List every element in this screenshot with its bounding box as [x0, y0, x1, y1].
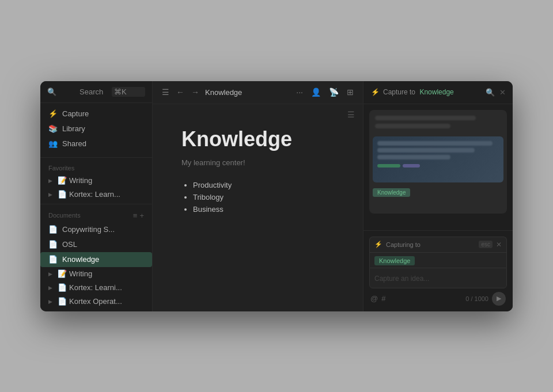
sidebar-item-kortex-operate[interactable]: ▶ 📄 Kortex Operat...: [40, 295, 152, 309]
filter-icon[interactable]: ≡: [133, 211, 138, 220]
breadcrumb: Knowledge: [205, 88, 242, 97]
capture-bottom-bar: @ # 0 / 1000 ▶: [369, 292, 507, 306]
kortex-op-icon: 📄: [58, 297, 67, 306]
blur-line: [375, 116, 476, 120]
view-toggle-button[interactable]: ⊞: [346, 86, 355, 98]
kortex-learn-label: Kortex: Learni...: [69, 283, 122, 292]
capturing-tag-row: Knowledge: [369, 252, 507, 268]
sidebar-divider: [40, 157, 152, 158]
search-shortcut: ⌘K: [112, 87, 145, 97]
list-item: Tribology: [193, 193, 334, 201]
sidebar-divider-2: [40, 204, 152, 204]
sidebar-toggle-button[interactable]: ☰: [161, 86, 171, 98]
capturing-to-bar: ⚡ Capturing to esc ✕: [369, 237, 507, 252]
preview-image-area: [373, 136, 503, 182]
add-doc-icon[interactable]: +: [139, 211, 144, 220]
writing-doc-label: Writing: [69, 269, 92, 278]
blur-line: [377, 148, 475, 153]
capture-close-icon[interactable]: ✕: [499, 88, 506, 97]
osl-label: OSL: [62, 240, 77, 249]
preview-tag: Knowledge: [373, 188, 410, 197]
expand-arrow-writing: ▶: [48, 271, 55, 277]
sidebar-top-items: ⚡ Capture 📚 Library 👥 Shared: [40, 103, 152, 155]
expand-arrow-kortex-op: ▶: [48, 299, 55, 305]
search-label: Search: [79, 87, 108, 96]
network-button[interactable]: 📡: [328, 86, 340, 98]
toolbar-icons: ··· 👤 📡 ⊞: [295, 86, 355, 98]
knowledge-doc-icon: 📄: [48, 255, 58, 264]
library-label: Library: [62, 124, 85, 133]
capture-header: ⚡ Capture to Knowledge 🔍 ✕: [363, 81, 513, 104]
search-icon: 🔍: [47, 87, 76, 96]
kortex-learn-icon: 📄: [58, 283, 67, 292]
favorites-section-label: Favorites: [40, 160, 152, 174]
capturing-close-button[interactable]: ✕: [496, 241, 502, 249]
doc-subtitle: My learning center!: [181, 158, 334, 167]
documents-section-label: Documents ≡ +: [40, 207, 152, 222]
capture-header-actions: 🔍 ✕: [486, 88, 506, 97]
writing-fav-icon: 📝: [58, 176, 67, 185]
char-counter: 0 / 1000: [465, 295, 488, 302]
send-button[interactable]: ▶: [492, 292, 506, 306]
expand-arrow-kortex-learn: ▶: [48, 285, 55, 291]
sidebar-item-trash[interactable]: 🗑 Trash: [40, 311, 152, 311]
list-item: Business: [193, 205, 334, 214]
doc-list: Productivity Tribology Business: [181, 181, 334, 214]
capture-label: Capture: [62, 109, 89, 118]
sidebar-item-capture[interactable]: ⚡ Capture: [40, 106, 152, 121]
search-bar[interactable]: 🔍 Search ⌘K: [40, 81, 152, 103]
writing-doc-icon: 📝: [58, 269, 67, 279]
mention-icon[interactable]: @: [370, 294, 378, 303]
forward-button[interactable]: →: [190, 86, 200, 98]
shared-label: Shared: [62, 139, 86, 148]
preview-content: [373, 136, 503, 182]
capture-preview: Knowledge: [363, 104, 513, 230]
blur-line: [375, 124, 450, 128]
share-button[interactable]: 👤: [310, 86, 322, 98]
capturing-icon: ⚡: [374, 241, 382, 248]
tag-icon[interactable]: #: [381, 294, 385, 303]
sidebar-item-library[interactable]: 📚 Library: [40, 121, 152, 136]
document-body: ☰ Knowledge My learning center! Producti…: [153, 104, 363, 311]
list-item: Productivity: [193, 181, 334, 189]
blur-tag: [377, 164, 400, 168]
sidebar: 🔍 Search ⌘K ⚡ Capture 📚 Library 👥 Shared…: [40, 81, 153, 311]
sidebar-item-kortex-learn-fav[interactable]: ▶ 📄 Kortex: Learn...: [40, 188, 152, 201]
capture-panel: ⚡ Capture to Knowledge 🔍 ✕: [363, 81, 513, 311]
sidebar-item-shared[interactable]: 👥 Shared: [40, 136, 152, 151]
capture-input-area: ⚡ Capturing to esc ✕ Knowledge Capture a…: [363, 230, 513, 311]
kortex-fav-label: Kortex: Learn...: [69, 190, 120, 199]
sidebar-item-kortex-learning[interactable]: ▶ 📄 Kortex: Learni...: [40, 281, 152, 295]
sidebar-item-writing-doc[interactable]: ▶ 📝 Writing: [40, 267, 152, 281]
sidebar-item-writing-fav[interactable]: ▶ 📝 Writing: [40, 174, 152, 188]
capture-destination: Knowledge: [419, 88, 453, 96]
shared-icon: 👥: [48, 139, 58, 149]
doc-title: Knowledge: [181, 127, 334, 151]
sidebar-item-copywriting[interactable]: 📄 Copywriting S...: [40, 222, 152, 237]
kortex-op-label: Kortex Operat...: [69, 297, 122, 306]
capturing-tag: Knowledge: [374, 256, 415, 265]
doc-menu-icon[interactable]: ☰: [347, 110, 355, 119]
back-button[interactable]: ←: [175, 86, 185, 98]
capturing-esc-badge: esc: [479, 241, 493, 248]
library-icon: 📚: [48, 124, 58, 134]
kortex-fav-icon: 📄: [58, 190, 67, 199]
knowledge-doc-label: Knowledge: [62, 255, 99, 264]
blur-tags: [377, 164, 499, 168]
capture-header-title: Capture to Knowledge: [383, 88, 482, 96]
osl-icon: 📄: [48, 240, 58, 249]
expand-arrow-writing-fav: ▶: [48, 178, 55, 184]
capture-icon: ⚡: [48, 109, 58, 119]
capture-textarea[interactable]: Capture an idea...: [369, 268, 507, 288]
capture-search-icon[interactable]: 🔍: [486, 88, 495, 97]
sidebar-item-osl[interactable]: 📄 OSL: [40, 237, 152, 252]
documents-actions: ≡ +: [133, 211, 144, 220]
blur-line: [377, 155, 450, 159]
more-options-button[interactable]: ···: [295, 86, 304, 98]
sidebar-item-knowledge[interactable]: 📄 Knowledge: [40, 252, 152, 267]
capture-panel-icon: ⚡: [370, 87, 380, 97]
capture-placeholder: Capture an idea...: [374, 275, 429, 283]
blur-tag: [403, 164, 420, 168]
capturing-to-label: Capturing to: [386, 241, 475, 248]
copywriting-icon: 📄: [48, 225, 58, 234]
